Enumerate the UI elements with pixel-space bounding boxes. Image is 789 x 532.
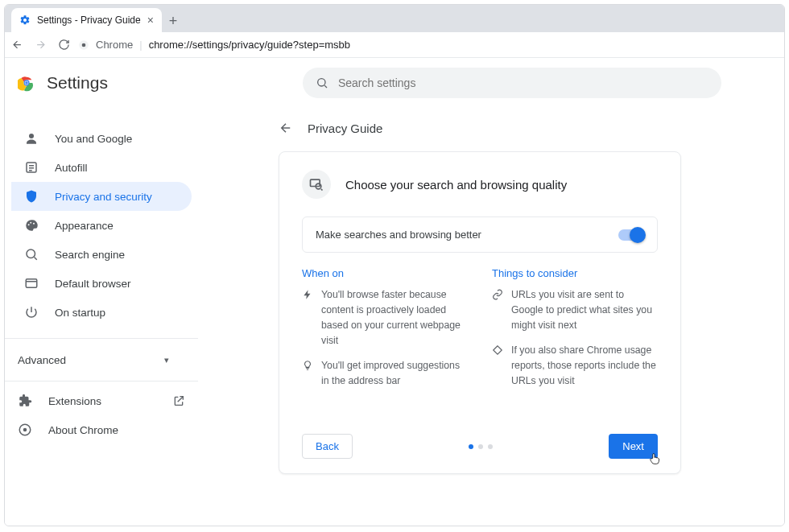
external-link-icon xyxy=(172,394,185,407)
sidebar-label: Extensions xyxy=(48,395,101,407)
sidebar-label: On startup xyxy=(55,307,105,319)
sidebar: You and Google Autofill Privacy and secu… xyxy=(5,105,198,526)
gear-icon xyxy=(19,14,31,26)
url-path: chrome://settings/privacy/guide?step=msb… xyxy=(149,39,350,51)
cursor-hand-icon xyxy=(647,452,662,466)
benefit-item: You'll get improved suggestions in the a… xyxy=(302,358,468,389)
sidebar-item-extensions[interactable]: Extensions xyxy=(5,386,198,415)
benefit-text: You'll browse faster because content is … xyxy=(321,287,468,348)
chrome-icon xyxy=(18,423,32,437)
sidebar-item-about[interactable]: About Chrome xyxy=(5,415,198,444)
toggle-switch[interactable] xyxy=(618,229,644,241)
back-button[interactable]: Back xyxy=(302,434,353,459)
sidebar-label: Appearance xyxy=(55,220,114,232)
chrome-logo-icon xyxy=(18,74,35,92)
chrome-lock-icon xyxy=(78,39,89,51)
dot xyxy=(478,444,483,449)
svg-point-9 xyxy=(28,224,30,225)
new-tab-button[interactable]: + xyxy=(162,10,184,32)
sidebar-item-you-and-google[interactable]: You and Google xyxy=(11,124,192,153)
back-arrow-icon[interactable] xyxy=(279,121,293,135)
diamond-icon xyxy=(492,344,503,356)
sidebar-label: You and Google xyxy=(55,133,132,145)
person-icon xyxy=(24,131,39,146)
search-input[interactable] xyxy=(338,76,708,89)
extension-icon xyxy=(18,394,32,408)
browser-window: Settings - Privacy Guide × + Chrome | ch… xyxy=(4,4,785,526)
sidebar-label: About Chrome xyxy=(48,424,118,436)
browser-icon xyxy=(24,276,39,291)
svg-rect-13 xyxy=(26,279,37,288)
url-host: Chrome xyxy=(96,39,133,51)
consider-title: Things to consider xyxy=(492,267,658,279)
link-icon xyxy=(492,289,503,300)
sidebar-label: Advanced xyxy=(18,354,66,366)
step-dots xyxy=(469,444,493,449)
main-content: Privacy Guide Choose your search and bro… xyxy=(198,105,784,526)
chevron-down-icon: ▾ xyxy=(164,355,169,365)
divider xyxy=(5,338,198,339)
consider-text: If you also share Chrome usage reports, … xyxy=(511,343,658,389)
sidebar-item-appearance[interactable]: Appearance xyxy=(11,211,192,240)
search-icon xyxy=(316,76,328,89)
svg-point-1 xyxy=(82,43,86,47)
next-button[interactable]: Next xyxy=(609,434,658,459)
bolt-icon xyxy=(302,289,313,300)
consider-item: If you also share Chrome usage reports, … xyxy=(492,343,658,389)
sidebar-label: Autofill xyxy=(55,162,88,174)
privacy-card: Choose your search and browsing quality … xyxy=(279,151,681,474)
settings-app: Settings You and Google Autofill xyxy=(5,58,784,526)
sidebar-label: Privacy and security xyxy=(55,191,152,203)
svg-point-11 xyxy=(33,223,35,225)
autofill-icon xyxy=(24,160,39,175)
toolbar: Chrome | chrome://settings/privacy/guide… xyxy=(5,32,784,58)
close-icon[interactable]: × xyxy=(147,14,154,27)
sidebar-item-on-startup[interactable]: On startup xyxy=(11,298,192,327)
consider-item: URLs you visit are sent to Google to pre… xyxy=(492,287,658,333)
svg-point-12 xyxy=(27,250,35,258)
svg-point-6 xyxy=(318,79,325,86)
reload-icon[interactable] xyxy=(58,39,70,51)
svg-point-15 xyxy=(23,428,27,432)
consider-text: URLs you visit are sent to Google to pre… xyxy=(511,287,658,333)
app-title: Settings xyxy=(47,73,108,93)
sidebar-item-search-engine[interactable]: Search engine xyxy=(11,240,192,269)
tab-strip: Settings - Privacy Guide × + xyxy=(5,5,784,32)
lightbulb-icon xyxy=(302,360,313,371)
sidebar-item-autofill[interactable]: Autofill xyxy=(11,153,192,182)
svg-point-7 xyxy=(29,134,34,138)
dot xyxy=(488,444,493,449)
sidebar-label: Default browser xyxy=(55,278,131,290)
tab-title: Settings - Privacy Guide xyxy=(37,14,141,26)
sidebar-item-privacy[interactable]: Privacy and security xyxy=(11,182,192,211)
svg-point-5 xyxy=(25,81,28,85)
power-icon xyxy=(24,305,39,320)
sidebar-label: Search engine xyxy=(55,249,125,261)
benefit-text: You'll get improved suggestions in the a… xyxy=(321,358,468,389)
sidebar-item-default-browser[interactable]: Default browser xyxy=(11,269,192,298)
when-on-title: When on xyxy=(302,267,468,279)
search-icon xyxy=(24,247,39,262)
search-quality-icon xyxy=(302,170,331,199)
svg-point-10 xyxy=(30,222,31,224)
divider xyxy=(5,381,198,381)
toggle-row: Make searches and browsing better xyxy=(302,217,658,253)
back-icon[interactable] xyxy=(11,39,23,51)
benefit-item: You'll browse faster because content is … xyxy=(302,287,468,348)
address-bar[interactable]: Chrome | chrome://settings/privacy/guide… xyxy=(78,39,350,51)
dot-active xyxy=(469,444,473,449)
card-title: Choose your search and browsing quality xyxy=(345,178,567,192)
toggle-label: Make searches and browsing better xyxy=(316,229,481,241)
search-bar[interactable] xyxy=(303,68,721,98)
forward-icon[interactable] xyxy=(35,39,47,51)
svg-rect-16 xyxy=(311,179,320,186)
sidebar-advanced[interactable]: Advanced ▾ xyxy=(5,344,198,376)
shield-icon xyxy=(24,189,39,204)
palette-icon xyxy=(24,218,39,233)
page-title: Privacy Guide xyxy=(308,122,382,135)
browser-tab[interactable]: Settings - Privacy Guide × xyxy=(11,8,162,32)
